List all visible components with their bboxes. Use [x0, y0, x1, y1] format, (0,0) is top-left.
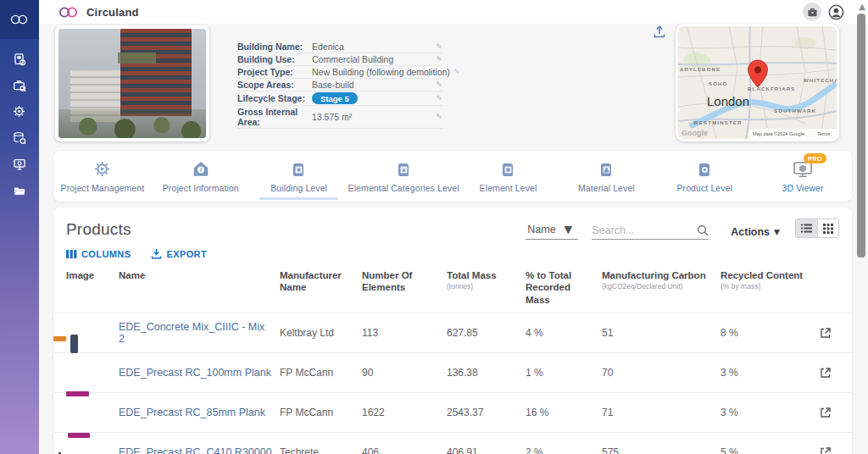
sidebar-item-portfolio-search[interactable]	[13, 78, 27, 92]
table-row: EDE_Precast RC_C410 R30000 Techrete 406 …	[53, 432, 852, 454]
google-watermark: Google	[682, 129, 708, 137]
pct-total-cell: 16 %	[526, 407, 602, 418]
total-mass-cell: 136.38	[447, 367, 526, 379]
account-icon	[828, 4, 844, 20]
product-name-link[interactable]: EDE_Precast RC_100mm Plank	[119, 367, 280, 379]
carbon-cell: 70	[602, 367, 721, 379]
products-panel: Products Name ▼ Actions ▼	[53, 208, 852, 454]
field-building-name: Building Name: Edenica ✎	[237, 41, 442, 53]
table-header: Image Name Manufacturer Name Number Of E…	[53, 266, 852, 313]
field-value: 13.575 m²	[312, 112, 432, 122]
tab-building-level[interactable]: Building Level	[250, 151, 348, 202]
open-in-new-icon	[819, 366, 832, 379]
grid-view-icon	[823, 224, 833, 234]
presentation-icon	[13, 158, 26, 171]
col-header-carbon: Manufacturing Carbon(kgCO2eq/Declared Un…	[602, 269, 721, 291]
building-fields: Building Name: Edenica ✎ Building Use: C…	[237, 41, 442, 129]
sidebar-logo[interactable]	[0, 0, 39, 39]
house-info-icon	[192, 160, 210, 178]
tab-label: Project Information	[163, 183, 239, 193]
carbon-cell: 575	[602, 446, 721, 454]
tab-element-level[interactable]: Element Level	[459, 151, 558, 202]
elements-cell: 1622	[362, 407, 447, 418]
edit-icon[interactable]: ✎	[432, 80, 442, 89]
sidebar-item-project-audit[interactable]	[13, 52, 27, 66]
search-box	[592, 224, 709, 240]
download-icon	[151, 248, 162, 259]
open-product-button[interactable]	[812, 366, 839, 379]
search-button[interactable]	[697, 224, 709, 236]
tab-project-information[interactable]: Project Information	[152, 151, 250, 202]
product-name-link[interactable]: EDE_Concrete Mix_CIIIC - Mix 2	[119, 321, 280, 345]
tab-label: Project Management	[61, 183, 145, 193]
field-label: Building Use:	[237, 54, 312, 64]
grid-view-button[interactable]	[817, 219, 838, 237]
open-in-new-icon	[819, 326, 832, 340]
tab-label: Product Level	[676, 183, 732, 193]
scrollbar-up-arrow[interactable]: ▲	[859, 2, 865, 11]
map-label-soho: SOHO	[709, 81, 727, 86]
columns-button[interactable]: COLUMNS	[66, 249, 131, 259]
products-title: Products	[66, 220, 131, 239]
infinity-logo-icon	[9, 14, 30, 25]
search-field-select[interactable]: Name ▼	[526, 223, 578, 240]
sidebar-item-data-search[interactable]	[13, 130, 27, 145]
map-terms-link[interactable]: Terms	[817, 131, 830, 136]
map-label-london: London	[707, 94, 749, 108]
search-input[interactable]	[592, 224, 685, 236]
sidebar-item-settings-search[interactable]	[13, 104, 27, 119]
search-icon	[697, 224, 709, 236]
list-view-button[interactable]	[796, 219, 817, 237]
map-label-marylebone: ARYLEBONE	[680, 67, 721, 72]
field-label: Gross Internal Area:	[237, 107, 312, 127]
field-label: Scope Areas:	[237, 80, 312, 90]
sidebar-item-presentation[interactable]	[13, 157, 27, 171]
export-button[interactable]: EXPORT	[151, 248, 207, 259]
tab-material-level[interactable]: Material Level	[557, 151, 655, 202]
top-bar: Circuland	[39, 0, 868, 24]
edit-icon[interactable]: ✎	[432, 113, 442, 121]
tab-3d-viewer[interactable]: PRO 3D Viewer	[754, 151, 852, 202]
account-button[interactable]	[828, 4, 844, 20]
col-header-manufacturer: Manufacturer Name	[280, 269, 362, 294]
edit-icon[interactable]: ✎	[432, 42, 442, 51]
tab-label: Building Level	[270, 183, 327, 193]
upload-icon	[653, 25, 666, 39]
tab-label: Elemental Categories Level	[348, 183, 459, 193]
list-view-icon	[801, 224, 812, 233]
field-value: New Building (following demolition)	[312, 67, 450, 77]
edit-icon[interactable]: ✎	[450, 68, 460, 76]
tab-label: Material Level	[578, 183, 635, 193]
scrollbar-thumb[interactable]	[857, 14, 865, 257]
tab-project-management[interactable]: Project Management	[53, 151, 152, 202]
tab-product-level[interactable]: Product Level	[655, 151, 754, 202]
total-mass-cell: 2543.37	[447, 407, 526, 418]
workspace-button[interactable]	[803, 3, 821, 21]
files-icon	[13, 184, 26, 197]
brand-name: Circuland	[86, 6, 139, 19]
open-product-button[interactable]	[812, 446, 839, 454]
selected-field: Name	[527, 224, 555, 235]
open-product-button[interactable]	[812, 326, 839, 340]
product-name-link[interactable]: EDE_Precast RC_85mm Plank	[119, 407, 280, 418]
sidebar-item-files[interactable]	[13, 183, 27, 197]
field-value: Commercial Building	[312, 54, 432, 64]
data-search-icon	[13, 131, 26, 145]
edit-icon[interactable]: ✎	[432, 55, 442, 64]
edit-icon[interactable]: ✎	[432, 94, 442, 102]
columns-icon	[66, 249, 77, 259]
portfolio-search-icon	[13, 79, 26, 92]
elements-cell: 406	[362, 446, 447, 454]
tab-elemental-categories-level[interactable]: Elemental Categories Level	[348, 151, 459, 202]
actions-button[interactable]: Actions ▼	[731, 226, 780, 238]
field-project-type: Project Type: New Building (following de…	[237, 66, 442, 79]
actions-label: Actions	[731, 226, 770, 238]
building-level-icon	[291, 160, 307, 178]
open-product-button[interactable]	[812, 406, 839, 419]
product-name-link[interactable]: EDE_Precast RC_C410 R30000	[119, 446, 280, 454]
upload-button[interactable]	[653, 25, 666, 39]
material-level-icon	[598, 160, 615, 178]
map-label-whitechapel: WHITECHA	[804, 78, 837, 83]
map-attribution: Map data ©2024 Google	[753, 131, 804, 136]
location-map[interactable]: ARYLEBONE SOHO BLACKFRIARS WHITECHA SOUT…	[676, 24, 839, 141]
